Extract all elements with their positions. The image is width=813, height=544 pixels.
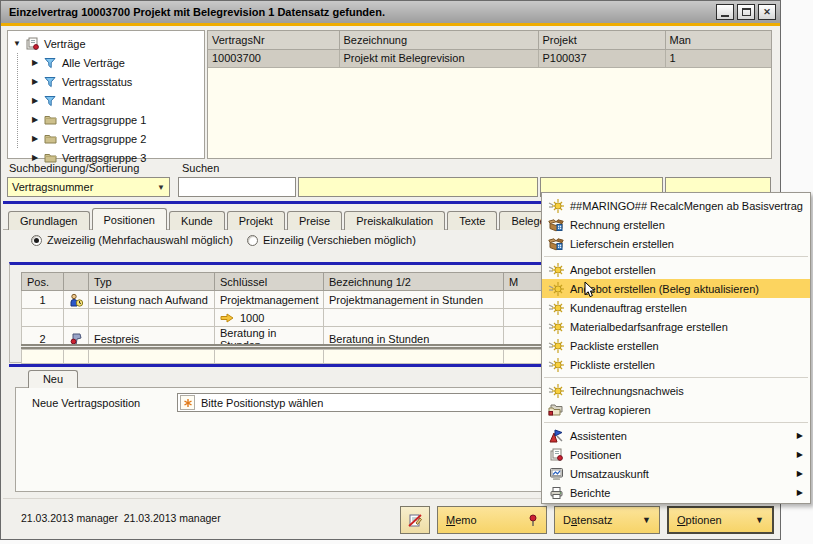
cell-vertragsnr[interactable]: 10003700 — [208, 49, 339, 67]
effort-type-icon — [64, 291, 89, 309]
search-extra-field-1[interactable] — [298, 177, 538, 197]
col-vertragsnr[interactable]: VertragsNr — [208, 31, 339, 49]
chevron-collapsed-icon[interactable]: ▶ — [30, 77, 40, 86]
menu-item-lieferschein-erstellen[interactable]: Lieferschein erstellen — [542, 234, 810, 253]
close-button[interactable]: ✕ — [758, 4, 776, 20]
menu-item-umsatzauskunft[interactable]: Umsatzauskunft ▶ — [542, 464, 810, 483]
datensatz-button[interactable]: Datensatz ▼ — [554, 506, 660, 534]
submenu-arrow-icon: ▶ — [797, 469, 810, 478]
tree-item-mandant[interactable]: ▶ Mandant — [8, 91, 204, 110]
radio-einzeilig[interactable]: Einzeilig (Verschieben möglich) — [247, 234, 416, 246]
maximize-button[interactable] — [737, 4, 755, 20]
memo-button[interactable]: Memo — [437, 506, 547, 534]
documents-pin-icon — [542, 448, 570, 461]
audit-info: 21.03.2013 manager 21.03.2013 manager — [21, 512, 221, 524]
printer-icon — [542, 486, 570, 499]
tree-item-vertragsgruppe-1[interactable]: ▶ Vertragsgruppe 1 — [8, 110, 204, 129]
optionen-button[interactable]: Optionen ▼ — [667, 506, 774, 534]
search-condition-select[interactable]: Vertragsnummer ▼ — [7, 177, 170, 197]
menu-item-packliste-erstellen[interactable]: Packliste erstellen — [542, 336, 810, 355]
tab-positionen[interactable]: Positionen — [92, 208, 167, 230]
tree-guide-line — [17, 53, 18, 148]
sun-icon — [542, 383, 570, 398]
menu-item-kundenauftrag-erstellen[interactable]: Kundenauftrag erstellen — [542, 298, 810, 317]
minimize-button[interactable] — [716, 4, 734, 20]
chevron-collapsed-icon[interactable]: ▶ — [30, 96, 40, 105]
menu-item-angebot-erstellen[interactable]: Angebot erstellen — [542, 260, 810, 279]
copy-folder-icon — [542, 403, 570, 416]
search-input[interactable] — [178, 177, 296, 197]
cell-projekt[interactable]: P100037 — [538, 49, 665, 67]
forward-arrow-icon — [220, 313, 234, 323]
sun-icon — [542, 198, 570, 213]
menu-item-teilrechnungsnachweis[interactable]: Teilrechnungsnachweis — [542, 381, 810, 400]
accent-line — [1, 23, 780, 26]
col-pos[interactable]: Pos. — [22, 273, 64, 291]
changed-stamp: 21.03.2013 manager — [124, 512, 221, 524]
contracts-tree: ▼ Verträge ▶ Alle Verträge ▶ Vertragssta… — [7, 30, 205, 159]
quantity-value[interactable]: 1000 — [240, 312, 264, 324]
col-type-icon[interactable] — [64, 273, 89, 291]
title-bar: Einzelvertrag 10003700 Projekt mit Beleg… — [1, 1, 780, 23]
menu-item-maringo-recalc[interactable]: ##MARINGO## RecalcMengen ab Basisvertrag — [542, 196, 810, 215]
menu-item-angebot-erstellen-beleg-aktualisieren[interactable]: Angebot erstellen (Beleg aktualisieren) — [542, 279, 810, 298]
col-man[interactable]: Man — [665, 31, 771, 49]
tab-kunde[interactable]: Kunde — [169, 211, 225, 230]
col-projekt[interactable]: Projekt — [538, 31, 665, 49]
radio-unselected-icon[interactable] — [247, 235, 258, 246]
tree-item-alle-vertraege[interactable]: ▶ Alle Verträge — [8, 53, 204, 72]
col-typ[interactable]: Typ — [89, 273, 215, 291]
chevron-collapsed-icon[interactable]: ▶ — [30, 115, 40, 124]
cell-bezeichnung[interactable]: Projekt mit Belegrevision — [339, 49, 538, 67]
chevron-collapsed-icon[interactable]: ▶ — [30, 58, 40, 67]
col-bezeichnung[interactable]: Bezeichnung — [339, 31, 538, 49]
menu-item-pickliste-erstellen[interactable]: Pickliste erstellen — [542, 355, 810, 374]
tab-texte[interactable]: Texte — [447, 211, 497, 230]
sun-icon — [542, 300, 570, 315]
radio-zweizeilig[interactable]: Zweizeilig (Mehrfachauswahl möglich) — [31, 234, 233, 246]
tree-item-vertragsstatus[interactable]: ▶ Vertragsstatus — [8, 72, 204, 91]
tree-root-label: Verträge — [44, 38, 86, 50]
chevron-collapsed-icon[interactable]: ▶ — [30, 134, 40, 143]
folder-icon — [42, 113, 58, 127]
chevron-expanded-icon[interactable]: ▼ — [12, 39, 22, 48]
submenu-arrow-icon: ▶ — [797, 431, 810, 440]
menu-item-rechnung-erstellen[interactable]: Rechnung erstellen — [542, 215, 810, 234]
tree-item-vertragsgruppe-2[interactable]: ▶ Vertragsgruppe 2 — [8, 129, 204, 148]
sun-icon — [542, 357, 570, 372]
col-bezeichnung12[interactable]: Bezeichnung 1/2 — [324, 273, 504, 291]
cell-man[interactable]: 1 — [665, 49, 771, 67]
chevron-collapsed-icon[interactable]: ▶ — [30, 153, 40, 162]
tab-preiskalkulation[interactable]: Preiskalkulation — [344, 211, 445, 230]
sun-icon — [542, 281, 570, 296]
radio-selected-icon[interactable] — [31, 235, 42, 246]
new-position-label: Neue Vertragsposition — [32, 397, 140, 409]
tab-neu[interactable]: Neu — [28, 370, 78, 388]
menu-item-assistenten[interactable]: Assistenten ▶ — [542, 426, 810, 445]
minimize-icon — [721, 15, 729, 17]
close-icon: ✕ — [763, 7, 771, 17]
wizard-icon — [542, 429, 570, 443]
sun-icon — [542, 338, 570, 353]
menu-item-materialbedarfsanfrage-erstellen[interactable]: Materialbedarfsanfrage erstellen — [542, 317, 810, 336]
monitor-chart-icon — [542, 467, 570, 480]
menu-item-positionen[interactable]: Positionen ▶ — [542, 445, 810, 464]
chevron-down-icon: ▼ — [755, 515, 764, 525]
menu-separator — [544, 256, 808, 257]
submenu-arrow-icon: ▶ — [797, 450, 810, 459]
menu-item-vertrag-kopieren[interactable]: Vertrag kopieren — [542, 400, 810, 419]
col-schluessel[interactable]: Schlüssel — [215, 273, 324, 291]
sun-icon — [542, 262, 570, 277]
tab-projekt[interactable]: Projekt — [227, 211, 285, 230]
tab-preise[interactable]: Preise — [287, 211, 342, 230]
suchen-label: Suchen — [182, 162, 219, 174]
tab-grundlagen[interactable]: Grundlagen — [8, 211, 90, 230]
menu-item-berichte[interactable]: Berichte ▶ — [542, 483, 810, 502]
orange-asterisk-icon — [180, 395, 195, 410]
tree-root-vertraege[interactable]: ▼ Verträge — [8, 34, 204, 53]
table-row[interactable]: 10003700 Projekt mit Belegrevision P1000… — [208, 49, 771, 67]
edit-locked-button[interactable] — [400, 506, 430, 534]
funnel-icon — [42, 75, 58, 89]
screen: Einzelvertrag 10003700 Projekt mit Beleg… — [0, 0, 813, 544]
results-table: VertragsNr Bezeichnung Projekt Man 10003… — [208, 31, 772, 68]
